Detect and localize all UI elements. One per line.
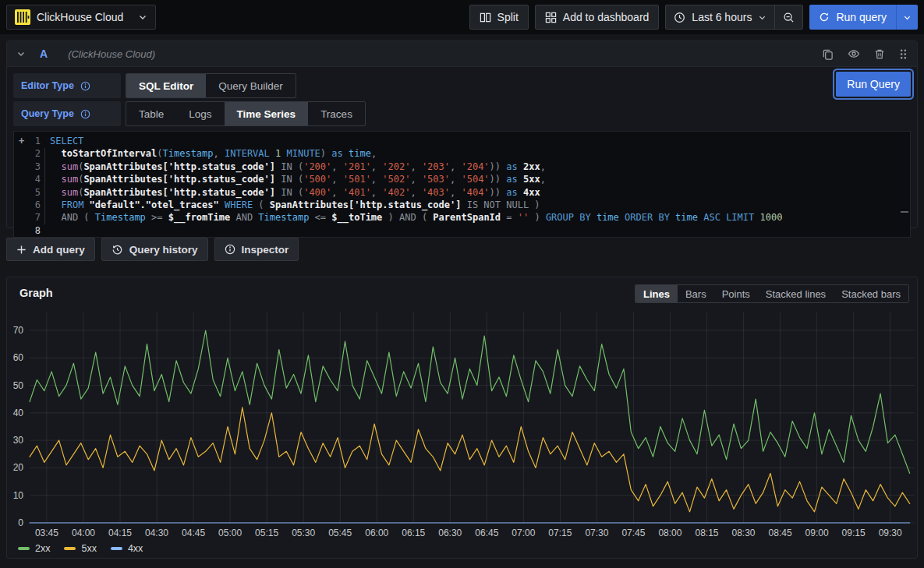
svg-text:08:00: 08:00 [658, 527, 681, 538]
svg-text:05:45: 05:45 [328, 527, 352, 538]
clock-icon [674, 12, 685, 23]
svg-text:07:45: 07:45 [621, 527, 645, 538]
svg-text:20: 20 [13, 462, 24, 473]
svg-text:05:00: 05:00 [218, 527, 242, 538]
sql-code-editor[interactable]: +1SELECT2 toStartOfInterval(Timestamp, I… [13, 131, 911, 238]
legend-item-5xx[interactable]: 5xx [64, 543, 96, 554]
svg-text:06:45: 06:45 [475, 527, 498, 538]
line-number: 3 [14, 161, 41, 173]
datasource-picker[interactable]: ClickHouse Cloud [6, 5, 156, 30]
query-type-option-traces[interactable]: Traces [308, 102, 365, 125]
remove-query-trash-icon[interactable] [874, 48, 885, 60]
run-query-label: Run query [836, 11, 887, 23]
hide-response-eye-icon[interactable] [848, 48, 860, 60]
svg-text:0: 0 [18, 517, 23, 528]
legend-swatch-4xx [111, 547, 122, 550]
query-history-label: Query history [129, 244, 198, 256]
query-editor-panel: A (ClickHouse Cloud) Run Query Editor Ty… [6, 41, 918, 228]
query-type-toggle: Table Logs Time Series Traces [126, 101, 366, 126]
info-icon[interactable] [80, 109, 90, 119]
code-line[interactable]: 2 toStartOfInterval(Timestamp, INTERVAL … [14, 147, 910, 160]
query-row-header[interactable]: A (ClickHouse Cloud) [7, 41, 917, 67]
sql-code: +1SELECT2 toStartOfInterval(Timestamp, I… [14, 135, 910, 237]
add-query-label: Add query [33, 244, 85, 256]
inspector-label: Inspector [242, 244, 289, 256]
svg-text:06:30: 06:30 [438, 527, 462, 538]
run-query-panel-button[interactable]: Run Query [836, 72, 911, 97]
explore-actions: Add query Query history Inspector [6, 238, 299, 261]
add-query-button[interactable]: Add query [6, 238, 95, 261]
svg-text:04:30: 04:30 [145, 527, 168, 538]
drag-handle-icon[interactable] [899, 48, 908, 60]
query-type-label-chip: Query Type [13, 101, 121, 126]
graph-mode-bars[interactable]: Bars [678, 285, 714, 302]
svg-text:08:15: 08:15 [695, 527, 718, 538]
chart-legend: 2xx 5xx 4xx [18, 543, 143, 554]
svg-text:30: 30 [13, 435, 24, 446]
editor-scrollbar[interactable] [901, 211, 908, 213]
svg-text:08:30: 08:30 [732, 527, 756, 538]
info-icon[interactable] [80, 81, 90, 91]
datasource-label: ClickHouse Cloud [37, 11, 132, 23]
svg-text:09:30: 09:30 [879, 527, 902, 538]
svg-text:07:30: 07:30 [585, 527, 608, 538]
svg-text:05:15: 05:15 [255, 527, 278, 538]
code-line[interactable]: +1SELECT [14, 135, 910, 147]
line-number: 6 [14, 199, 41, 211]
run-query-split-button: Run query [809, 5, 918, 30]
time-range-label: Last 6 hours [692, 11, 752, 23]
run-query-button[interactable]: Run query [809, 5, 896, 30]
query-type-option-time-series[interactable]: Time Series [225, 102, 309, 125]
editor-type-option-query-builder[interactable]: Query Builder [206, 74, 296, 97]
split-button[interactable]: Split [469, 5, 529, 30]
indent-guide [44, 148, 45, 224]
query-history-button[interactable]: Query history [101, 238, 208, 261]
code-line[interactable]: 7 AND ( Timestamp >= $__fromTime AND Tim… [14, 211, 910, 224]
chart-area[interactable]: 01020304050607003:4504:0004:1504:3004:45… [7, 309, 917, 542]
line-number: 8 [14, 224, 41, 237]
svg-text:06:00: 06:00 [365, 527, 388, 538]
code-line[interactable]: 5 sum(SpanAttributes['http.status_code']… [14, 186, 910, 199]
top-nav: ClickHouse Cloud Split Add to dashboard … [0, 0, 924, 34]
code-line[interactable]: 8 [14, 224, 910, 237]
svg-text:10: 10 [13, 490, 24, 501]
split-label: Split [497, 11, 519, 23]
query-type-option-logs[interactable]: Logs [176, 102, 224, 125]
graph-mode-stacked-bars[interactable]: Stacked bars [834, 285, 908, 302]
svg-text:06:15: 06:15 [402, 527, 425, 538]
add-line-icon[interactable]: + [19, 135, 24, 147]
graph-mode-stacked-lines[interactable]: Stacked lines [758, 285, 834, 302]
graph-panel: Graph Lines Bars Points Stacked lines St… [6, 277, 918, 559]
add-to-dashboard-button[interactable]: Add to dashboard [535, 5, 660, 30]
query-refid[interactable]: A [40, 48, 48, 60]
svg-text:05:30: 05:30 [292, 527, 315, 538]
svg-text:09:15: 09:15 [842, 527, 866, 538]
legend-label-2xx: 2xx [35, 543, 50, 554]
refresh-icon [819, 12, 830, 23]
time-range-picker[interactable]: Last 6 hours [666, 5, 774, 29]
svg-text:70: 70 [13, 325, 24, 336]
svg-text:08:45: 08:45 [769, 527, 792, 538]
time-range-group: Last 6 hours [665, 5, 803, 30]
code-line[interactable]: 3 sum(SpanAttributes['http.status_code']… [14, 161, 910, 173]
query-type-label: Query Type [21, 108, 74, 119]
legend-label-5xx: 5xx [81, 543, 96, 554]
editor-type-toggle: SQL Editor Query Builder [126, 73, 296, 98]
query-type-option-table[interactable]: Table [126, 102, 176, 125]
apps-grid-icon [545, 12, 557, 23]
graph-panel-header: Graph Lines Bars Points Stacked lines St… [7, 277, 917, 309]
collapse-chevron-icon[interactable] [16, 49, 26, 58]
run-query-options-button[interactable] [897, 5, 918, 30]
zoom-out-button[interactable] [775, 5, 802, 29]
legend-swatch-2xx [18, 547, 30, 550]
svg-text:04:00: 04:00 [72, 527, 95, 538]
code-line[interactable]: 4 sum(SpanAttributes['http.status_code']… [14, 173, 910, 185]
legend-item-4xx[interactable]: 4xx [111, 543, 143, 554]
legend-item-2xx[interactable]: 2xx [18, 543, 50, 554]
duplicate-query-icon[interactable] [822, 48, 834, 60]
inspector-button[interactable]: Inspector [214, 238, 299, 261]
graph-mode-lines[interactable]: Lines [635, 285, 678, 302]
editor-type-option-sql-editor[interactable]: SQL Editor [126, 74, 206, 97]
code-line[interactable]: 6 FROM "default"."otel_traces" WHERE ( S… [14, 199, 910, 211]
graph-mode-points[interactable]: Points [714, 285, 758, 302]
